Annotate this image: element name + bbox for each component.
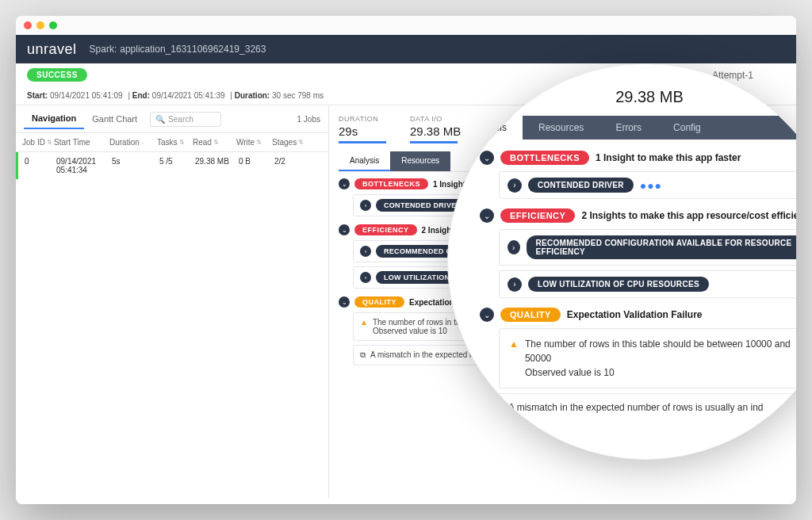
col-start-time[interactable]: Start Time <box>54 138 90 147</box>
end-value: 09/14/2021 05:41:39 <box>152 91 225 100</box>
zoom-tab-config[interactable]: Config <box>657 116 717 140</box>
chevron-right-icon: › <box>508 240 520 254</box>
bottlenecks-pill: BOTTLENECKS <box>354 178 428 189</box>
zoom-quality-group: ⌄ QUALITY Expectation Validation Failure… <box>480 308 796 421</box>
chevron-down-icon[interactable]: ⌄ <box>480 208 494 223</box>
minimize-dot[interactable] <box>36 21 44 29</box>
table-header: Job ID⇅ Start Time Duration↓ Tasks⇅ Read… <box>16 133 328 152</box>
tab-navigation[interactable]: Navigation <box>24 109 84 129</box>
zoom-efficiency-head[interactable]: ⌄ EFFICIENCY 2 Insights to make this app… <box>480 208 796 223</box>
tab-analysis[interactable]: Analysis <box>339 151 390 171</box>
chevron-right-icon: › <box>508 178 522 193</box>
zoom-efficiency-pill: EFFICIENCY <box>500 208 575 223</box>
search-input[interactable]: 🔍 Search <box>150 112 221 127</box>
framework-label: Spark: <box>90 44 117 55</box>
metric-duration-label: DURATION <box>339 115 386 123</box>
sort-icon[interactable]: ⇅ <box>47 139 52 146</box>
zoom-quality-observed: Observed value is 10 <box>525 365 796 380</box>
zoom-quality-head[interactable]: ⌄ QUALITY Expectation Validation Failure <box>480 308 796 322</box>
chevron-down-icon[interactable]: ⌄ <box>339 296 350 308</box>
metric-dataio-label: DATA I/O <box>410 115 461 123</box>
zoom-quality-message-box: ▲ The number of rows in this table shoul… <box>499 328 796 388</box>
zoom-quality-mismatch: A mismatch in the expected number of row… <box>499 393 796 421</box>
zoom-bottlenecks-head[interactable]: ⌄ BOTTLENECKS 1 Insight to make this app… <box>480 151 796 165</box>
metric-duration: DURATION 29s <box>339 115 386 143</box>
end-label: End: <box>132 91 150 100</box>
header-bar: unravel Spark: application_1631106962419… <box>16 35 796 63</box>
zoom-cpu-util-chip: LOW UTILIZATION OF CPU RESOURCES <box>528 277 709 292</box>
application-id: application_1631106962419_3263 <box>120 44 266 55</box>
left-panel: Navigation Gantt Chart 🔍 Search 1 Jobs J… <box>16 105 329 499</box>
col-read[interactable]: Read <box>193 138 212 147</box>
metric-duration-value: 29s <box>339 124 386 138</box>
efficiency-pill: EFFICIENCY <box>354 224 417 235</box>
cell-start-time: 09/14/2021 05:41:34 <box>56 157 112 174</box>
close-dot[interactable] <box>24 21 32 29</box>
info-icon: ⧉ <box>360 350 366 360</box>
col-write[interactable]: Write <box>236 138 255 147</box>
chevron-down-icon[interactable]: ⌄ <box>339 224 350 235</box>
sort-icon[interactable]: ⇅ <box>213 139 219 146</box>
col-tasks[interactable]: Tasks <box>157 138 178 147</box>
cell-write: 0 B <box>239 157 274 174</box>
quality-pill: QUALITY <box>354 296 404 308</box>
sort-icon[interactable]: ⇅ <box>298 139 304 146</box>
severity-dots-icon: ●●● <box>640 179 662 192</box>
col-duration[interactable]: Duration <box>109 138 140 147</box>
cell-read: 29.38 MB <box>195 157 239 174</box>
chevron-down-icon[interactable]: ⌄ <box>480 151 494 165</box>
zoom-efficiency-summary: 2 Insights to make this app resource/cos… <box>581 210 796 221</box>
start-value: 09/14/2021 05:41:09 <box>50 91 123 100</box>
cell-duration: 5s <box>112 157 159 174</box>
tab-gantt-chart[interactable]: Gantt Chart <box>84 109 145 128</box>
warning-icon: ▲ <box>360 318 368 335</box>
maximize-dot[interactable] <box>49 21 57 29</box>
cell-tasks: 5 /5 <box>159 157 195 174</box>
sort-icon[interactable]: ⇅ <box>256 139 262 146</box>
zoom-insight-recommended-config[interactable]: › RECOMMENDED CONFIGURATION AVAILABLE FO… <box>499 229 796 266</box>
search-placeholder: Search <box>168 115 193 124</box>
metric-duration-bar <box>339 141 386 143</box>
zoom-contended-driver-chip: CONTENDED DRIVER <box>528 178 634 193</box>
zoom-insight-contended-driver[interactable]: › CONTENDED DRIVER ●●● <box>499 171 796 199</box>
cell-job-id: 0 <box>25 157 56 174</box>
app-window: unravel Spark: application_1631106962419… <box>16 16 796 504</box>
search-icon: 🔍 <box>155 115 165 124</box>
chevron-down-icon[interactable]: ⌄ <box>480 308 494 322</box>
jobs-count: 1 Jobs <box>297 115 320 124</box>
sort-icon[interactable]: ⇅ <box>179 139 185 146</box>
metric-dataio-value: 29.38 MB <box>410 124 461 138</box>
zoom-bottlenecks-pill: BOTTLENECKS <box>500 151 589 165</box>
start-label: Start: <box>27 91 48 100</box>
chevron-right-icon: › <box>360 246 371 257</box>
zoom-bottlenecks-summary: 1 Insight to make this app faster <box>596 152 741 163</box>
chevron-down-icon[interactable]: ⌄ <box>339 178 350 189</box>
col-stages[interactable]: Stages <box>272 138 297 147</box>
titlebar <box>16 16 796 35</box>
zoom-recommended-config-chip: RECOMMENDED CONFIGURATION AVAILABLE FOR … <box>527 235 797 259</box>
table-row[interactable]: 0 09/14/2021 05:41:34 5s 5 /5 29.38 MB 0… <box>16 152 328 179</box>
chevron-right-icon: › <box>508 277 522 292</box>
sort-icon[interactable]: ↓ <box>141 139 144 146</box>
zoom-quality-pill: QUALITY <box>500 308 561 322</box>
metric-dataio: DATA I/O 29.38 MB <box>410 115 461 143</box>
cell-stages: 2/2 <box>274 157 314 174</box>
tab-resources[interactable]: Resources <box>390 151 450 171</box>
zoom-tab-resources[interactable]: Resources <box>523 116 599 140</box>
col-job-id[interactable]: Job ID <box>22 138 45 147</box>
brand-logo: unravel <box>27 41 77 58</box>
duration-value: 30 sec 798 ms <box>272 91 324 100</box>
zoom-quality-message: The number of rows in this table should … <box>525 337 796 365</box>
duration-label: Duration: <box>235 91 270 100</box>
status-badge: SUCCESS <box>27 68 87 82</box>
warning-icon: ▲ <box>509 337 519 380</box>
zoom-bottlenecks-group: ⌄ BOTTLENECKS 1 Insight to make this app… <box>480 151 796 199</box>
zoom-quality-summary: Expectation Validation Failure <box>567 309 703 320</box>
zoom-insight-cpu-util[interactable]: › LOW UTILIZATION OF CPU RESOURCES <box>499 270 796 298</box>
zoom-efficiency-group: ⌄ EFFICIENCY 2 Insights to make this app… <box>480 208 796 298</box>
chevron-right-icon: › <box>360 200 371 211</box>
zoom-tabs: alysis Resources Errors Config <box>480 116 796 140</box>
chevron-right-icon: › <box>360 272 371 283</box>
left-tabs: Navigation Gantt Chart 🔍 Search 1 Jobs <box>16 105 328 133</box>
zoom-tab-errors[interactable]: Errors <box>599 116 657 140</box>
